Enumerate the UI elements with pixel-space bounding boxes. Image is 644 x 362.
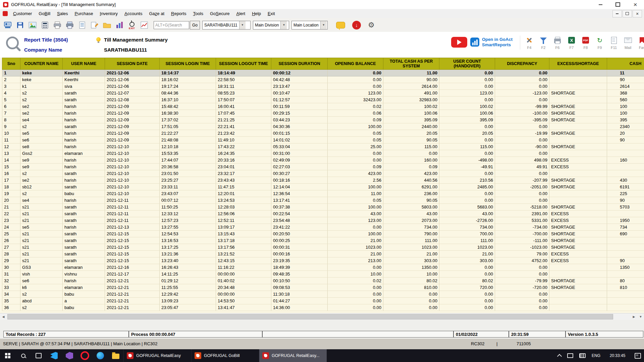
menu-item-inventory[interactable]: Inventory: [97, 10, 121, 17]
table-row[interactable]: 21s21sarath2021-12-1111:50:2512:28:0300:…: [2, 204, 644, 210]
column-header-opening-balance[interactable]: OPENING BALANCE: [328, 58, 383, 70]
go-button[interactable]: Go: [190, 21, 200, 29]
taskbar-vscode-button[interactable]: [46, 349, 62, 362]
menu-item-gobill[interactable]: GoBill: [35, 10, 54, 17]
fkey-mail[interactable]: Mail: [621, 36, 635, 50]
column-header-counter-name[interactable]: COUNTER NAME: [20, 58, 63, 70]
column-header-sno[interactable]: Sno: [2, 58, 20, 70]
minimize-button[interactable]: [592, 0, 609, 9]
table-row[interactable]: 15se9harish2021-12-1020:36:5823:04:0102:…: [2, 164, 644, 170]
table-row[interactable]: 9s2sarath2021-12-0917:51:0522:21:4104:30…: [2, 123, 644, 130]
scroll-right-button[interactable]: ▶: [631, 313, 637, 320]
table-row[interactable]: 7se2harish2021-12-0916:38:3017:07:4500:2…: [2, 110, 644, 117]
line-chart-icon[interactable]: [139, 20, 149, 30]
task-view-button[interactable]: [31, 349, 46, 362]
table-row[interactable]: 14se9harish2021-12-1017:44:0720:33:1602:…: [2, 157, 644, 164]
table-row[interactable]: 35abcda2021-12-2113:09:2314:53:5001:44:2…: [2, 298, 644, 304]
scrollbar-thumb[interactable]: [7, 314, 613, 319]
search-input[interactable]: [154, 21, 189, 29]
table-row[interactable]: 19s2babu2021-12-1023:43:0712:20:0112:36:…: [2, 190, 644, 197]
table-row[interactable]: 13Gss2elamaran2021-12-1015:53:3516:24:35…: [2, 150, 644, 157]
youtube-button[interactable]: [451, 37, 467, 48]
table-row[interactable]: 3k1siva2021-12-0619:17:2418:31:1123:13:4…: [2, 83, 644, 90]
column-header-session-duration[interactable]: SESSION DURATION: [271, 58, 328, 70]
table-row[interactable]: 6se2harish2021-12-0915:48:4216:00:4100:1…: [2, 103, 644, 110]
table-row[interactable]: 36s2babu2021-12-2123:05:4713:41:4714:36:…: [2, 304, 644, 311]
menu-item-purchase[interactable]: Purchase: [71, 10, 97, 17]
company-dropdown[interactable]: SARATHBABU111 ▼: [202, 21, 251, 29]
print-icon[interactable]: [52, 20, 62, 30]
table-row[interactable]: 23s21sarath2021-12-1112:57:2312:52:1123:…: [2, 217, 644, 224]
column-header-excess-shortage[interactable]: EXCESS/SHORTAGE: [549, 58, 607, 70]
menu-item-reports[interactable]: Reports: [168, 10, 190, 17]
menu-item-customer[interactable]: Customer: [10, 10, 35, 17]
taskbar-app-retaileasy-active[interactable]: GOFRUGAL RetailEasy...: [259, 349, 327, 362]
menu-item-help[interactable]: Help: [249, 10, 264, 17]
table-row[interactable]: 8se4harish2021-12-0917:37:0221:21:2503:4…: [2, 117, 644, 123]
table-row[interactable]: 33k6elamaran2021-12-2111:25:5520:34:4809…: [2, 284, 644, 291]
scroll-left-button[interactable]: ◀: [0, 313, 7, 320]
mdi-close-button[interactable]: ×: [633, 10, 642, 17]
open-in-goact-link[interactable]: Open in GoAct SmartReports: [482, 37, 513, 48]
exit-button[interactable]: EXIT: [127, 20, 137, 30]
menu-item-tools[interactable]: Tools: [190, 10, 207, 17]
table-row[interactable]: 22s21sarath2021-12-1112:33:1212:56:0600:…: [2, 210, 644, 217]
column-header-session-logout-time[interactable]: SESSION LOGOUT TIME: [216, 58, 271, 70]
column-header-cash[interactable]: CASH: [607, 58, 644, 70]
fkey-fav[interactable]: Fav: [635, 36, 644, 50]
fkey-f7-excel[interactable]: XF7: [565, 36, 579, 50]
taskbar-vs-button[interactable]: [62, 349, 77, 362]
fkey-f8-pdf[interactable]: PDFF8: [579, 36, 593, 50]
column-header-session-login-time[interactable]: SESSION LOGIN TIME: [160, 58, 216, 70]
taskbar-app-retaileasy[interactable]: GOFRUGAL RetailEasy: [123, 349, 191, 362]
column-header-total-cash-as-per-system[interactable]: TOTAL CASH AS PER SYSTEM: [383, 58, 439, 70]
table-row[interactable]: 29s21sarath2021-12-1513:23:4012:43:1523:…: [2, 257, 644, 264]
table-row[interactable]: 24se5harish2021-12-1313:27:5513:09:1723:…: [2, 224, 644, 231]
scrollbar-track[interactable]: [7, 313, 631, 320]
photo-icon[interactable]: [28, 20, 38, 30]
table-row[interactable]: 25s21sarath2021-12-1512:54:5313:15:4300:…: [2, 231, 644, 237]
taskbar-app-gobill[interactable]: GOFRUGAL GoBill: [191, 349, 259, 362]
pos-machine-icon[interactable]: [3, 20, 13, 30]
location-dropdown[interactable]: Main Location ▼: [291, 21, 328, 29]
column-header-session-date[interactable]: SESSION DATE: [105, 58, 160, 70]
fkey-f6-print[interactable]: F6: [550, 36, 565, 50]
table-row[interactable]: 26s21sarath2021-12-1513:16:5313:17:1800:…: [2, 237, 644, 244]
table-row[interactable]: 10se5harish2021-12-0921:22:2721:23:4200:…: [2, 130, 644, 137]
table-row[interactable]: 5s2sarath2021-12-0816:37:1017:50:0701:12…: [2, 97, 644, 103]
table-row[interactable]: 4s2sarath2021-12-0708:44:3608:55:2300:10…: [2, 90, 644, 97]
column-header-discrepancy[interactable]: DISCREPANCY: [495, 58, 549, 70]
document-icon[interactable]: [77, 20, 87, 30]
taskbar-search-button[interactable]: [15, 349, 31, 362]
table-row[interactable]: 11se6harish2021-12-0921:48:0811:49:1014:…: [2, 137, 644, 143]
division-dropdown[interactable]: Main Division ▼: [253, 21, 289, 29]
column-header-user-count-handover-[interactable]: USER COUNT (HANDOVER): [439, 58, 495, 70]
taskbar-opera-button[interactable]: [77, 349, 93, 362]
fkey-f4-tools[interactable]: F4: [522, 36, 536, 50]
table-row[interactable]: 1kekeKeerthi2021-12-0618:14:3718:14:4900…: [2, 70, 644, 76]
table-row[interactable]: 27s21sarath2021-12-1513:17:2513:17:5600:…: [2, 244, 644, 251]
close-button[interactable]: ×: [627, 0, 644, 9]
scroll-down-button[interactable]: ▼: [637, 313, 644, 320]
action-center-button[interactable]: [632, 349, 644, 362]
table-row[interactable]: 28s21sarath2021-12-1513:21:3613:21:5200:…: [2, 251, 644, 257]
bar-chart-icon[interactable]: [114, 20, 124, 30]
table-row[interactable]: 2kekeKeerthi2021-12-0618:16:0222:58:5004…: [2, 76, 644, 83]
language-indicator[interactable]: ENG: [589, 349, 603, 362]
menu-item-gaze-at[interactable]: Gaze at: [146, 10, 168, 17]
taskbar-edge-button[interactable]: [93, 349, 108, 362]
tray-keyboard-button[interactable]: [576, 349, 589, 362]
table-row[interactable]: 32se6harish2021-12-2101:29:1201:40:0200:…: [2, 278, 644, 284]
fkey-f9-refresh[interactable]: ↻F9: [593, 36, 607, 50]
folder-icon[interactable]: [102, 20, 112, 30]
menu-item-sales[interactable]: Sales: [54, 10, 71, 17]
print-preview-icon[interactable]: [65, 20, 75, 30]
menu-item-accounts[interactable]: Accounts: [121, 10, 146, 17]
table-row[interactable]: 20se4harish2021-12-1100:07:1213:24:5313:…: [2, 197, 644, 204]
tray-display-button[interactable]: [564, 349, 576, 362]
fkey-f11-page[interactable]: F11: [607, 36, 621, 50]
feedback-chat-icon[interactable]: [336, 22, 345, 28]
save-icon[interactable]: [15, 20, 25, 30]
menu-item-alert[interactable]: Alert: [233, 10, 249, 17]
table-row[interactable]: 18sb12sarath2021-12-1023:33:1111:47:1512…: [2, 184, 644, 190]
